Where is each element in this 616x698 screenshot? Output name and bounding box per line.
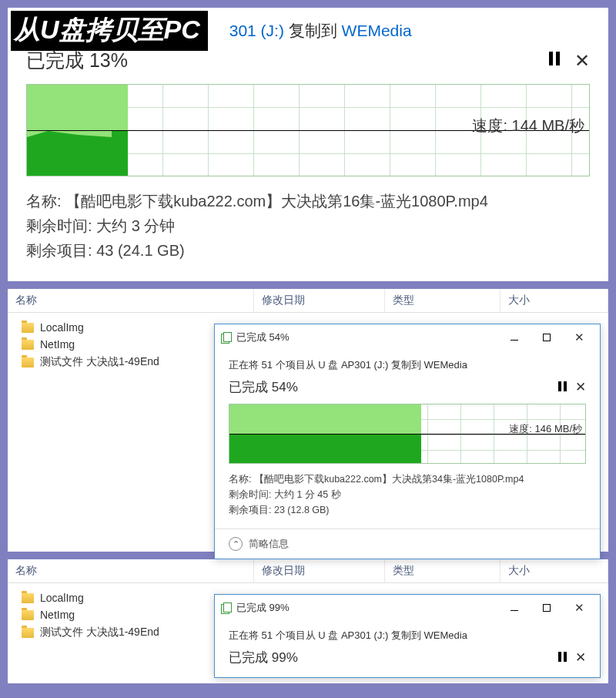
dest-link[interactable]: WEMedia xyxy=(424,629,467,641)
progress-label: 已完成 13% xyxy=(26,48,128,73)
explorer-panel-1: 名称 修改日期 类型 大小 LocalImg NetImg 测试文件 大决战1-… xyxy=(0,281,616,552)
speed-label: 速度: 146 MB/秒 xyxy=(509,422,582,436)
copy-icon xyxy=(221,602,232,613)
close-window-button[interactable]: ✕ xyxy=(564,329,594,346)
source-link[interactable]: U 盘 AP301 (J:) xyxy=(318,359,388,371)
cancel-button[interactable]: ✕ xyxy=(574,50,590,72)
minimize-button[interactable] xyxy=(500,329,529,346)
copy-dialog-54: 已完成 54% ✕ 正在将 51 个项目从 U 盘 AP301 (J:) 复制到… xyxy=(214,324,601,559)
col-type[interactable]: 类型 xyxy=(385,289,500,312)
copy-from-prefix: 正在将 51 个项目从 xyxy=(229,359,316,371)
copy-word: 复制到 xyxy=(289,20,337,42)
copy-dialog-99: 已完成 99% ✕ 正在将 51 个项目从 U 盘 AP301 (J:) 复制到… xyxy=(214,594,601,678)
col-name[interactable]: 名称 xyxy=(8,289,254,312)
pause-button[interactable] xyxy=(558,652,561,664)
cancel-button[interactable]: ✕ xyxy=(575,379,586,395)
maximize-button[interactable] xyxy=(532,329,561,346)
folder-icon xyxy=(22,628,34,638)
progress-label: 已完成 99% xyxy=(229,649,298,666)
time-remaining: 大约 3 分钟 xyxy=(96,217,175,234)
items-remaining-label: 剩余项目: xyxy=(26,242,92,259)
speed-label: 速度: 144 MB/秒 xyxy=(472,116,584,136)
window-title: 已完成 99% xyxy=(236,601,290,615)
dest-link[interactable]: WEMedia xyxy=(424,359,467,371)
copy-icon xyxy=(221,332,232,343)
window-title: 已完成 54% xyxy=(236,331,290,344)
pause-button[interactable] xyxy=(549,50,553,72)
minimize-button[interactable] xyxy=(500,599,529,616)
overlay-caption: 从U盘拷贝至PC xyxy=(11,11,208,51)
folder-icon xyxy=(22,340,34,350)
source-link[interactable]: 301 (J:) xyxy=(229,22,284,40)
copy-from-prefix: 正在将 51 个项目从 xyxy=(229,629,316,641)
folder-icon xyxy=(22,610,34,620)
close-window-button[interactable]: ✕ xyxy=(564,599,594,616)
name-label: 名称: xyxy=(26,193,62,210)
time-remaining-label: 剩余时间: xyxy=(26,217,92,234)
file-name: 【酷吧电影下载kuba222.com】大决战第16集-蓝光1080P.mp4 xyxy=(65,193,488,210)
folder-icon xyxy=(22,593,34,603)
items-remaining: 43 (24.1 GB) xyxy=(96,242,185,259)
col-date[interactable]: 修改日期 xyxy=(254,289,385,312)
folder-icon xyxy=(22,357,34,367)
col-size[interactable]: 大小 xyxy=(500,559,608,582)
maximize-button[interactable] xyxy=(532,599,561,616)
col-date[interactable]: 修改日期 xyxy=(254,559,385,582)
throughput-chart: 速度: 146 MB/秒 xyxy=(229,404,586,464)
cancel-button[interactable]: ✕ xyxy=(575,649,586,666)
progress-label: 已完成 54% xyxy=(229,378,298,396)
col-size[interactable]: 大小 xyxy=(500,289,608,312)
column-headers: 名称 修改日期 类型 大小 xyxy=(8,559,608,583)
col-name[interactable]: 名称 xyxy=(8,559,254,582)
items-remaining: 23 (12.8 GB) xyxy=(274,505,330,515)
dest-link[interactable]: WEMedia xyxy=(342,22,412,40)
column-headers: 名称 修改日期 类型 大小 xyxy=(8,289,608,313)
source-link[interactable]: U 盘 AP301 (J:) xyxy=(318,629,388,641)
time-remaining: 大约 1 分 45 秒 xyxy=(274,489,341,500)
explorer-panel-2: 名称 修改日期 类型 大小 LocalImg NetImg 测试文件 大决战1-… xyxy=(0,552,616,683)
pause-button[interactable] xyxy=(558,381,561,394)
folder-icon xyxy=(22,323,34,333)
throughput-chart: 速度: 144 MB/秒 xyxy=(26,84,590,176)
col-type[interactable]: 类型 xyxy=(385,559,500,582)
chevron-up-icon: ⌃ xyxy=(229,537,243,551)
file-name: 【酷吧电影下载kuba222.com】大决战第34集-蓝光1080P.mp4 xyxy=(254,474,524,485)
brief-info-toggle[interactable]: ⌃ 简略信息 xyxy=(215,529,600,559)
